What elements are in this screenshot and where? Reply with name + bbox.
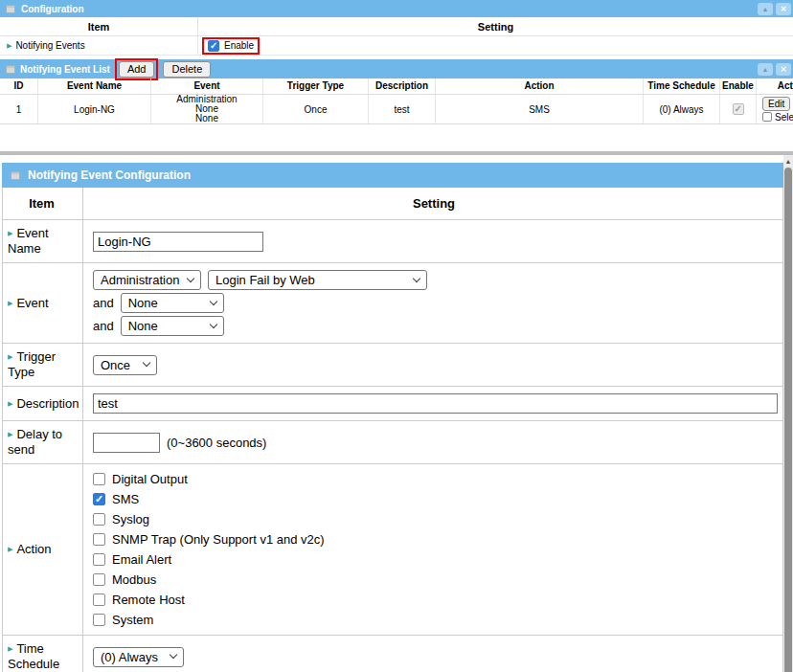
bullet-icon: ▶ [8,546,12,552]
chevron-down-icon [209,320,216,327]
column-header-item: Item [3,188,83,219]
action-label: ▶Action [8,542,52,557]
time-schedule-select[interactable]: (0) Always [93,647,184,667]
vertical-scrollbar[interactable]: ▲ [783,155,793,672]
configuration-table-header: Item Setting [0,17,793,36]
event-name-input[interactable] [93,232,263,252]
highlight-box: Add [115,58,159,80]
remote-host-checkbox[interactable] [93,594,105,606]
column-header-setting: Setting [83,188,782,219]
window-icon [6,65,15,74]
column-header-description: Description [369,78,436,94]
event-name-row: ▶Event Name [3,219,782,262]
collapse-icon[interactable]: ▲ [758,3,773,15]
form-panel-header: Notifying Event Configuration [2,163,783,188]
notifying-event-list-panel: Notifying Event List Add Delete ▲ ✕ ID E… [0,59,793,124]
notifying-events-label-text: Notifying Events [15,40,84,51]
action-option: SMS [93,491,775,507]
event-subtype-select[interactable]: Login Fail by Web [208,270,427,290]
bullet-icon: ▶ [8,300,12,306]
cell-id: 1 [0,95,38,123]
action-option: Modbus [93,571,775,588]
column-header-item: Item [0,17,198,35]
cell-time-schedule: (0) Always [644,95,720,123]
bullet-icon: ▶ [8,230,12,236]
trigger-type-select[interactable]: Once [93,355,157,375]
digital-output-checkbox[interactable] [93,473,105,485]
delay-to-send-label: ▶Delay to send [8,427,80,458]
delay-input[interactable] [93,433,160,453]
chevron-down-icon [413,274,420,281]
scroll-area-divider [0,151,793,155]
panel-title: Notifying Event Configuration [28,168,191,182]
event-list-header: Notifying Event List Add Delete ▲ ✕ [0,59,793,78]
column-header-action: Action [436,78,644,94]
modbus-checkbox[interactable] [93,573,105,586]
description-label: ▶Description [8,396,79,412]
column-header-actions: Actions [757,78,793,94]
email-alert-checkbox[interactable] [93,553,105,566]
event-list-column-headers: ID Event Name Event Trigger Type Descrip… [0,78,793,95]
close-icon[interactable]: ✕ [776,63,791,76]
column-header-event-name: Event Name [38,78,151,94]
system-checkbox[interactable] [93,614,105,626]
enable-label: Enable [224,40,254,51]
bullet-icon: ▶ [7,42,11,50]
action-option: Syslog [93,511,775,527]
notifying-events-enable-checkbox[interactable] [208,40,219,52]
panel-header-buttons: ▲ ✕ [758,3,791,15]
scrollbar-thumb[interactable] [784,168,792,672]
event-line: None [176,114,237,123]
cell-description: test [369,95,436,123]
close-icon[interactable]: ✕ [776,3,791,15]
column-header-time-schedule: Time Schedule [644,78,720,94]
column-header-event: Event [151,78,263,94]
chevron-down-icon [143,359,150,367]
description-input[interactable] [93,393,778,414]
configuration-panel: Configuration ▲ ✕ Item Setting ▶ Notifyi… [0,0,793,56]
window-icon [6,5,15,13]
notifying-events-setting: Enable [198,37,793,55]
sms-checkbox[interactable] [93,493,105,505]
cell-event-name: Login-NG [38,95,151,123]
configuration-panel-header: Configuration ▲ ✕ [0,0,793,17]
column-header-enable: Enable [720,78,757,94]
cell-enable [720,95,757,123]
action-option: Remote Host [93,592,775,608]
notifying-event-configuration-panel: Notifying Event Configuration Item Setti… [2,163,783,672]
cell-event: Administration None None [151,95,263,123]
action-option: SNMP Trap (Only Support v1 and v2c) [93,531,775,548]
delete-button[interactable]: Delete [163,61,211,78]
event-and2-select[interactable]: None [121,316,224,336]
snmp-trap-checkbox[interactable] [93,533,105,546]
event-row: ▶Event Administration Login Fail by Web … [3,262,782,343]
notifying-events-row: ▶ Notifying Events Enable [0,36,793,56]
edit-button[interactable]: Edit [762,97,790,111]
row-select-checkbox[interactable] [762,112,772,122]
column-header-id: ID [0,78,38,94]
row-enable-checkbox [733,103,744,115]
action-row: ▶Action Digital Output SMS Syslog [3,463,782,635]
panel-title: Configuration [21,4,84,14]
event-and1-select[interactable]: None [121,293,224,313]
collapse-icon[interactable]: ▲ [758,63,773,76]
time-schedule-label: ▶Time Schedule [8,641,80,672]
cell-actions: Edit Select [757,95,793,123]
time-schedule-row: ▶Time Schedule (0) Always [3,635,782,672]
bullet-icon: ▶ [8,353,12,360]
and-label: and [93,296,114,310]
bullet-icon: ▶ [8,431,12,437]
column-header-setting: Setting [198,21,793,33]
event-name-label: ▶Event Name [8,226,80,257]
description-row: ▶Description [3,386,782,420]
scroll-up-icon[interactable]: ▲ [783,155,793,167]
window-icon [11,171,20,180]
chevron-down-icon [209,297,216,304]
add-button[interactable]: Add [119,61,155,78]
trigger-type-label: ▶Trigger Type [8,349,80,380]
delay-hint: (0~3600 seconds) [167,436,266,450]
syslog-checkbox[interactable] [93,513,105,526]
panel-title: Notifying Event List [20,64,110,75]
highlight-box: Enable [202,37,260,55]
event-category-select[interactable]: Administration [93,270,201,290]
